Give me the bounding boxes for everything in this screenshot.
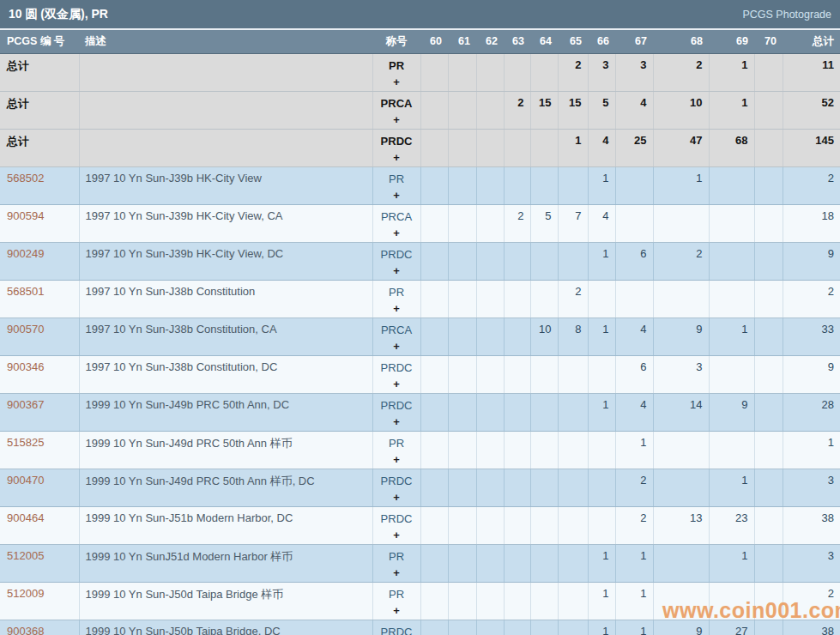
plus-suffix: + [373, 300, 420, 318]
grade-count-cell: 1 [588, 318, 615, 355]
grade-count-cell: 15 [558, 91, 588, 129]
grade-count-cell: 6 [615, 242, 653, 280]
grade-count-cell [504, 280, 530, 318]
grade-count-cell [504, 242, 530, 280]
grade-count-cell: 1 [709, 544, 754, 582]
grade-count-cell [448, 431, 476, 469]
pcgs-number-cell: 900570 [0, 318, 79, 355]
column-header-grade-63: 63 [504, 30, 530, 53]
grade-count-cell [476, 355, 504, 393]
grade-count-cell [476, 393, 504, 431]
grade-count-cell [476, 506, 504, 544]
table-row: 5685021997 10 Yn Sun-J39b HK-City ViewPR… [0, 166, 840, 204]
pcgs-number-cell: 900470 [0, 469, 79, 506]
grade-count-cell [754, 242, 783, 280]
pcgs-number-link[interactable]: 512005 [7, 549, 44, 562]
grade-count-cell [615, 204, 653, 242]
row-total-cell: 9 [783, 355, 840, 393]
grade-count-cell [709, 582, 754, 620]
grade-count-cell [420, 431, 448, 469]
grade-count-cell [709, 431, 754, 469]
pcgs-number-link[interactable]: 900594 [7, 209, 44, 222]
grade-count-cell: 27 [709, 620, 754, 635]
grade-count-cell [504, 544, 530, 582]
pcgs-number-link[interactable]: 568502 [7, 172, 44, 184]
grade-count-cell [448, 544, 476, 582]
grade-count-cell: 47 [653, 129, 709, 166]
pcgs-number-link[interactable]: 900464 [7, 511, 44, 524]
plus-suffix: + [373, 338, 420, 355]
description-cell: 1999 10 Yn Sun-J51b Modern Harbor, DC [79, 506, 372, 544]
designation-cell: PRDC+ [372, 355, 420, 393]
designation-cell: PRCA+ [372, 318, 420, 355]
grade-count-cell: 68 [709, 129, 754, 166]
row-total-cell: 3 [783, 469, 840, 506]
table-row: 9003681999 10 Yn Sun-J50b Taipa Bridge, … [0, 620, 840, 635]
grade-count-cell [558, 506, 588, 544]
grade-count-cell: 14 [653, 393, 709, 431]
pcgs-number-cell: 900249 [0, 242, 79, 280]
grade-count-cell [558, 355, 588, 393]
pcgs-number-link[interactable]: 512009 [7, 587, 44, 600]
pcgs-number-link[interactable]: 900367 [7, 398, 44, 411]
grade-count-cell [530, 129, 558, 166]
plus-suffix: + [373, 74, 420, 91]
grade-count-cell: 1 [615, 620, 653, 635]
grade-count-cell [476, 582, 504, 620]
grade-count-cell: 2 [558, 53, 588, 91]
designation-cell: PR+ [372, 431, 420, 469]
grade-count-cell [476, 53, 504, 91]
pcgs-number-link[interactable]: 900346 [7, 360, 44, 373]
grade-count-cell: 6 [615, 355, 653, 393]
row-total-cell: 145 [783, 129, 840, 166]
column-header-grade-61: 61 [448, 30, 476, 53]
photograde-link[interactable]: PCGS Photograde [742, 9, 831, 21]
grade-count-cell [530, 280, 558, 318]
grade-count-cell [504, 166, 530, 204]
grade-count-cell [448, 204, 476, 242]
pcgs-number-link[interactable]: 568501 [7, 285, 44, 298]
total-label-cell: 总计 [0, 91, 79, 129]
plus-suffix: + [373, 376, 420, 393]
grade-count-cell [530, 166, 558, 204]
pcgs-number-link[interactable]: 900570 [7, 323, 44, 336]
designation-label: PRDC [373, 398, 420, 414]
plus-suffix: + [373, 565, 420, 582]
pcgs-number-link[interactable]: 900249 [7, 247, 44, 260]
grade-count-cell [709, 280, 754, 318]
description-cell: 1997 10 Yn Sun-J38b Constitution [79, 280, 372, 318]
column-header-grade-62: 62 [476, 30, 504, 53]
pcgs-number-link[interactable]: 900368 [7, 625, 44, 635]
designation-label: PRDC [373, 134, 420, 149]
grade-count-cell [448, 91, 476, 129]
column-header-grade-65: 65 [558, 30, 588, 53]
designation-cell: PR+ [372, 582, 420, 620]
grade-count-cell [530, 620, 558, 635]
pcgs-number-link[interactable]: 515825 [7, 436, 44, 449]
grade-count-cell [420, 242, 448, 280]
grade-count-cell [504, 393, 530, 431]
grade-count-cell [504, 582, 530, 620]
column-header-grade-69: 69 [709, 30, 754, 53]
grade-count-cell: 1 [709, 318, 754, 355]
grade-count-cell [653, 544, 709, 582]
grade-count-cell [754, 166, 783, 204]
grade-count-cell: 2 [558, 280, 588, 318]
designation-cell: PRDC+ [372, 506, 420, 544]
row-total-cell: 28 [783, 393, 840, 431]
grade-count-cell [754, 318, 783, 355]
description-cell [79, 91, 372, 129]
grade-count-cell [558, 166, 588, 204]
pcgs-number-link[interactable]: 900470 [7, 474, 44, 487]
designation-label: PRDC [373, 360, 420, 376]
grade-count-cell [653, 469, 709, 506]
grade-count-cell [448, 53, 476, 91]
table-row: 9005701997 10 Yn Sun-J38b Constitution, … [0, 318, 840, 355]
grade-count-cell [615, 280, 653, 318]
table-row: 5120091999 10 Yn Sun-J50d Taipa Bridge 样… [0, 582, 840, 620]
table-row: 5685011997 10 Yn Sun-J38b ConstitutionPR… [0, 280, 840, 318]
population-table: PCGS 编 号 描述 称号 60 61 62 63 64 65 66 67 6… [0, 30, 840, 635]
designation-label: PR [373, 172, 420, 187]
grade-count-cell: 10 [653, 91, 709, 129]
grade-count-cell: 1 [588, 166, 615, 204]
